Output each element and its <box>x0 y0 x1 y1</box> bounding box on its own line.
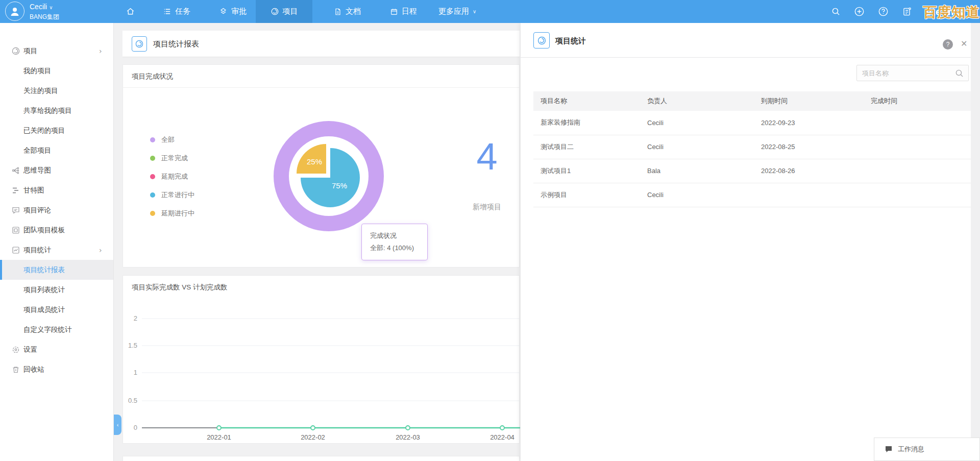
data-point[interactable] <box>500 426 504 430</box>
panel-title: 项目统计 <box>555 36 586 46</box>
chart-tooltip: 完成状况 全部: 4 (100%) <box>361 224 428 260</box>
chevron-right-icon: › <box>99 47 102 55</box>
completion-card-title: 项目完成状况 <box>123 65 519 88</box>
close-icon[interactable]: ✕ <box>961 39 967 48</box>
work-message-widget[interactable]: 工作消息 <box>874 438 980 461</box>
projects-table: 项目名称 负责人 到期时间 完成时间 新家装修指南 Cecili 2022-09… <box>533 91 971 207</box>
cell-owner: Bala <box>640 159 754 183</box>
sidebar-item-my-projects[interactable]: 我的项目 <box>0 61 113 81</box>
table-row[interactable]: 测试项目1 Bala 2022-08-26 <box>533 159 971 183</box>
project-icon <box>537 36 547 45</box>
panel-help-icon[interactable]: ? <box>943 39 953 50</box>
table-row[interactable]: 测试项目二 Cecili 2022-08-25 <box>533 135 971 159</box>
project-icon <box>11 46 20 56</box>
add-icon[interactable] <box>854 6 865 17</box>
project-stats-panel: 项目统计 ? ✕ 项目名称 负责人 到期时间 完成时间 新家装修指南 Cecil… <box>521 23 980 461</box>
y-tick: 1.5 <box>128 342 137 349</box>
calendar-icon <box>390 8 398 16</box>
sidebar-item-project-member-stats[interactable]: 项目成员统计 <box>0 300 113 320</box>
nav-docs[interactable]: 文档 <box>327 0 368 23</box>
user-name[interactable]: Cecili ∨ <box>30 2 59 12</box>
sidebar-item-custom-field-stats[interactable]: 自定义字段统计 <box>0 320 113 339</box>
sidebar-item-project[interactable]: 项目 › <box>0 41 113 61</box>
data-point[interactable] <box>311 426 315 430</box>
nav-project-label: 项目 <box>283 7 298 16</box>
x-tick: 2022-01 <box>207 433 231 441</box>
search-icon[interactable] <box>831 7 841 16</box>
x-tick: 2022-03 <box>396 433 420 441</box>
user-avatar[interactable] <box>5 2 24 21</box>
legend-item-completed-on-time[interactable]: 正常完成 <box>150 154 188 163</box>
col-header-project-name[interactable]: 项目名称 <box>533 91 640 111</box>
document-icon <box>334 8 342 16</box>
col-header-due-date[interactable]: 到期时间 <box>754 91 864 111</box>
cell-due-date: 2022-08-26 <box>754 159 864 183</box>
nav-more-label: 更多应用 <box>438 7 469 16</box>
legend-item-in-progress[interactable]: 正常进行中 <box>150 190 194 200</box>
gear-icon <box>11 345 20 354</box>
search-icon[interactable] <box>954 68 964 78</box>
nav-calendar-label: 日程 <box>402 7 417 16</box>
page-title: 项目统计报表 <box>153 39 199 49</box>
sidebar-item-team-templates[interactable]: 团队项目模板 <box>0 220 113 240</box>
legend-item-completed-late[interactable]: 延期完成 <box>150 172 188 181</box>
nav-more-apps[interactable]: 更多应用 ∨ <box>431 0 483 23</box>
next-card-sliver <box>122 456 520 461</box>
user-org: BANG集团 <box>30 12 59 22</box>
sidebar-item-mindmap[interactable]: 思维导图 <box>0 160 113 180</box>
sidebar-item-project-comments[interactable]: 项目评论 <box>0 200 113 220</box>
panel-header: 项目统计 ? ✕ <box>521 23 980 58</box>
cell-completion-date <box>864 135 971 159</box>
col-header-completion-date[interactable]: 完成时间 <box>864 91 971 111</box>
work-log-icon[interactable] <box>902 7 912 17</box>
sidebar-item-project-list-stats[interactable]: 项目列表统计 <box>0 280 113 300</box>
top-nav: Cecili ∨ BANG集团 任务 审批 项目 文档 日程 <box>0 0 980 23</box>
sidebar: 项目 › 我的项目 关注的项目 共享给我的项目 已关闭的项目 全部项目 思维导图… <box>0 23 114 461</box>
sidebar-item-settings[interactable]: 设置 <box>0 339 113 359</box>
y-tick: 1 <box>134 369 137 376</box>
project-icon <box>271 7 279 16</box>
chevron-right-icon: › <box>99 246 102 254</box>
completion-donut-chart[interactable]: 25% 75% <box>267 115 390 237</box>
y-tick: 0.5 <box>128 397 137 404</box>
help-icon[interactable] <box>878 6 889 17</box>
nav-docs-label: 文档 <box>346 7 361 16</box>
legend-item-overdue-in-progress[interactable]: 延期进行中 <box>150 209 194 218</box>
person-icon <box>9 5 21 17</box>
sidebar-item-followed-projects[interactable]: 关注的项目 <box>0 81 113 101</box>
data-point[interactable] <box>217 426 221 430</box>
cell-project-name[interactable]: 新家装修指南 <box>533 111 640 135</box>
cell-project-name[interactable]: 示例项目 <box>533 183 640 207</box>
sidebar-collapse-handle[interactable]: ‹ <box>114 415 121 435</box>
cell-completion-date <box>864 111 971 135</box>
project-search-box <box>856 65 969 81</box>
chat-bubble-icon <box>885 445 893 453</box>
y-tick: 2 <box>134 314 137 322</box>
chevron-down-icon: ∨ <box>49 5 53 10</box>
table-row[interactable]: 新家装修指南 Cecili 2022-09-23 <box>533 111 971 135</box>
sidebar-item-recycle-bin[interactable]: 回收站 <box>0 359 113 379</box>
nav-project[interactable]: 项目 <box>256 0 312 23</box>
sidebar-item-gantt[interactable]: 甘特图 <box>0 180 113 200</box>
sidebar-item-shared-projects[interactable]: 共享给我的项目 <box>0 101 113 120</box>
col-header-owner[interactable]: 负责人 <box>640 91 754 111</box>
legend-dot <box>150 174 155 179</box>
gantt-icon <box>11 186 20 195</box>
sidebar-item-all-projects[interactable]: 全部项目 <box>0 140 113 160</box>
sidebar-item-project-stats[interactable]: 项目统计 › <box>0 240 113 260</box>
nav-calendar[interactable]: 日程 <box>383 0 424 23</box>
cell-project-name[interactable]: 测试项目1 <box>533 159 640 183</box>
panel-scrollbar-track[interactable] <box>971 23 980 461</box>
cell-project-name[interactable]: 测试项目二 <box>533 135 640 159</box>
nav-tasks[interactable]: 任务 <box>156 0 198 23</box>
legend-item-all[interactable]: 全部 <box>150 135 175 144</box>
search-input[interactable] <box>857 65 954 81</box>
home-icon <box>126 7 135 16</box>
trend-line-chart[interactable]: 2 1.5 1 0.5 0 2022-01 2022-02 2022-03 20… <box>123 299 520 444</box>
table-row[interactable]: 示例项目 Cecili <box>533 183 971 207</box>
sidebar-item-closed-projects[interactable]: 已关闭的项目 <box>0 120 113 140</box>
sidebar-item-project-stats-report[interactable]: 项目统计报表 <box>0 260 113 280</box>
data-point[interactable] <box>406 426 410 430</box>
nav-home[interactable] <box>118 0 142 23</box>
nav-approval[interactable]: 审批 <box>212 0 254 23</box>
